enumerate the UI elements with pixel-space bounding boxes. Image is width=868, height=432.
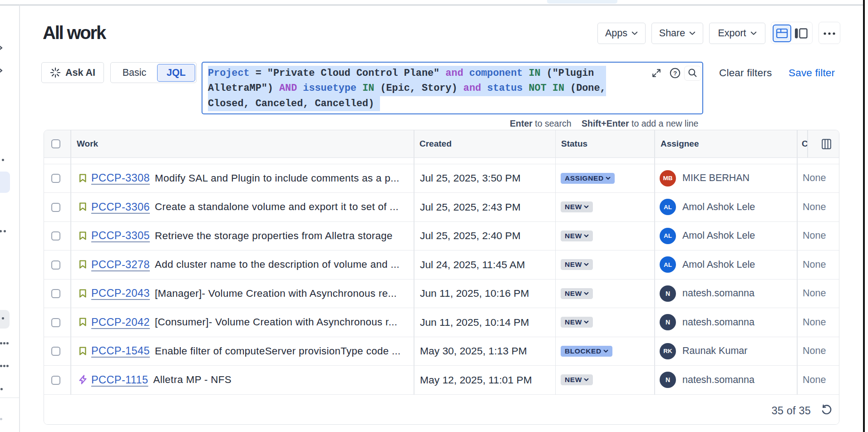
svg-text:?: ? [673,70,677,77]
